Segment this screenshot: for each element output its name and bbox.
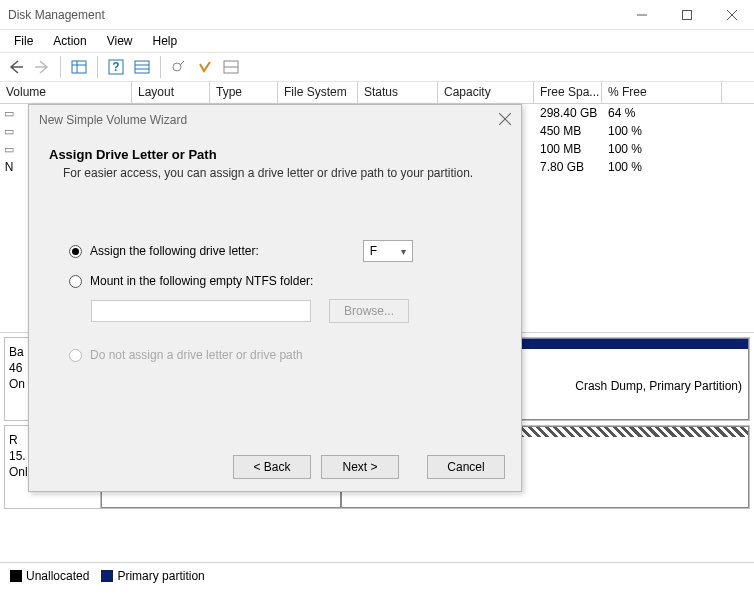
cell-pct-free: 100 % <box>602 124 722 138</box>
chevron-down-icon: ▾ <box>401 246 406 257</box>
drive-icon: ▭ <box>0 107 18 120</box>
next-button[interactable]: Next > <box>321 455 399 479</box>
svg-point-12 <box>173 63 181 71</box>
col-layout[interactable]: Layout <box>132 82 210 103</box>
cell-free-space: 450 MB <box>534 124 602 138</box>
partition-status: Crash Dump, Primary Partition) <box>575 379 742 393</box>
volume-list-header: Volume Layout Type File System Status Ca… <box>0 82 754 104</box>
col-volume[interactable]: Volume <box>0 82 132 103</box>
svg-rect-1 <box>682 10 691 19</box>
radio-mount-folder[interactable] <box>69 275 82 288</box>
dialog-subheading: For easier access, you can assign a driv… <box>49 166 501 180</box>
list-item[interactable]: ▭ <box>0 140 18 158</box>
wizard-dialog: New Simple Volume Wizard Assign Drive Le… <box>28 104 522 492</box>
col-type[interactable]: Type <box>210 82 278 103</box>
grid-icon[interactable] <box>130 55 154 79</box>
drive-letter-select[interactable]: F ▾ <box>363 240 413 262</box>
col-free-space[interactable]: Free Spa... <box>534 82 602 103</box>
menu-help[interactable]: Help <box>145 32 186 50</box>
close-button[interactable] <box>709 0 754 30</box>
dialog-close-button[interactable] <box>499 113 511 128</box>
dialog-title: New Simple Volume Wizard <box>39 113 187 127</box>
dialog-titlebar: New Simple Volume Wizard <box>29 105 521 135</box>
cancel-button[interactable]: Cancel <box>427 455 505 479</box>
view-details-icon[interactable] <box>67 55 91 79</box>
toolbar: ? <box>0 52 754 82</box>
forward-icon[interactable] <box>30 55 54 79</box>
radio-no-assign[interactable] <box>69 349 82 362</box>
svg-rect-9 <box>135 61 149 73</box>
cell-free-space: 7.80 GB <box>534 160 602 174</box>
col-pct-free[interactable]: % Free <box>602 82 722 103</box>
svg-text:?: ? <box>112 60 119 74</box>
window-title: Disk Management <box>8 8 105 22</box>
list-item[interactable]: ▭ <box>0 104 18 122</box>
legend-primary: Primary partition <box>101 569 204 583</box>
mount-folder-input[interactable] <box>91 300 311 322</box>
radio-assign-letter-label: Assign the following drive letter: <box>90 244 259 258</box>
help-icon[interactable]: ? <box>104 55 128 79</box>
svg-rect-4 <box>72 61 86 73</box>
col-status[interactable]: Status <box>358 82 438 103</box>
cell-free-space: 100 MB <box>534 142 602 156</box>
action-icon[interactable] <box>193 55 217 79</box>
minimize-button[interactable] <box>619 0 664 30</box>
list-item[interactable]: N <box>0 158 18 176</box>
legend-unallocated: Unallocated <box>10 569 89 583</box>
radio-no-assign-label: Do not assign a drive letter or drive pa… <box>90 348 303 362</box>
back-button[interactable]: < Back <box>233 455 311 479</box>
cell-pct-free: 100 % <box>602 142 722 156</box>
refresh-icon[interactable] <box>167 55 191 79</box>
list-icon[interactable] <box>219 55 243 79</box>
menu-action[interactable]: Action <box>45 32 94 50</box>
menu-view[interactable]: View <box>99 32 141 50</box>
col-capacity[interactable]: Capacity <box>438 82 534 103</box>
drive-letter-value: F <box>370 244 377 258</box>
legend: Unallocated Primary partition <box>0 562 754 588</box>
browse-button[interactable]: Browse... <box>329 299 409 323</box>
swatch-black-icon <box>10 570 22 582</box>
radio-mount-folder-label: Mount in the following empty NTFS folder… <box>90 274 313 288</box>
back-icon[interactable] <box>4 55 28 79</box>
cell-pct-free: 100 % <box>602 160 722 174</box>
menubar: File Action View Help <box>0 30 754 52</box>
radio-assign-letter[interactable] <box>69 245 82 258</box>
cell-free-space: 298.40 GB <box>534 106 602 120</box>
window-titlebar: Disk Management <box>0 0 754 30</box>
dialog-heading: Assign Drive Letter or Path <box>49 147 501 162</box>
drive-icon: ▭ <box>0 125 18 138</box>
maximize-button[interactable] <box>664 0 709 30</box>
cell-pct-free: 64 % <box>602 106 722 120</box>
list-item[interactable]: ▭ <box>0 122 18 140</box>
drive-icon: ▭ <box>0 143 18 156</box>
swatch-blue-icon <box>101 570 113 582</box>
menu-file[interactable]: File <box>6 32 41 50</box>
col-file-system[interactable]: File System <box>278 82 358 103</box>
